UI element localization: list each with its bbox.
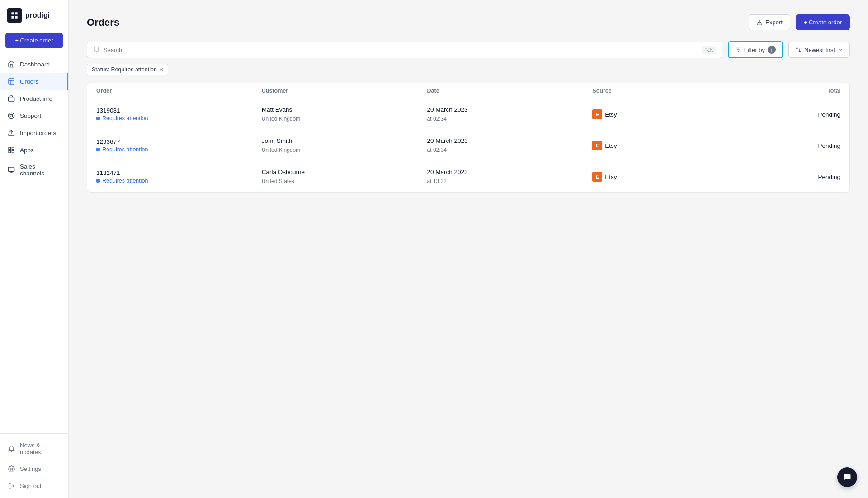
etsy-icon: E: [592, 172, 602, 182]
table-row[interactable]: 1132471 Requires attention Carla Osbourn…: [87, 161, 849, 192]
sort-button[interactable]: Newest first: [788, 42, 850, 58]
sidebar: prodigi + Create order Dashboard Orders …: [0, 0, 69, 498]
order-id: 1319031: [96, 107, 262, 114]
sidebar-item-sales-channels[interactable]: Sales channels: [0, 159, 68, 181]
sidebar-item-label: Orders: [20, 78, 38, 85]
sidebar-item-label: Product info: [20, 95, 52, 102]
order-id: 1293677: [96, 138, 262, 145]
order-status-label: Requires attention: [102, 178, 148, 184]
table-header: Order Customer Date Source Total: [87, 83, 849, 99]
sidebar-item-news-updates[interactable]: News & updates: [0, 437, 68, 460]
svg-line-7: [9, 117, 10, 118]
customer-name: John Smith: [262, 137, 427, 144]
order-status[interactable]: Requires attention: [96, 178, 262, 184]
svg-rect-13: [8, 167, 14, 171]
sidebar-item-product-info[interactable]: Product info: [0, 90, 68, 107]
header-actions: Export + Create order: [749, 14, 850, 30]
status-dot: [96, 148, 100, 151]
sidebar-item-support[interactable]: Support: [0, 107, 68, 124]
filter-tags: Status: Requires attention ×: [87, 64, 850, 75]
order-status[interactable]: Requires attention: [96, 115, 262, 122]
order-cell: 1293677 Requires attention: [96, 138, 262, 153]
search-shortcut: ⌥K: [702, 46, 716, 54]
main-content: Orders Export + Create order ⌥K Filter b…: [69, 0, 868, 498]
page-title: Orders: [87, 17, 119, 28]
sidebar-item-sign-out[interactable]: Sign out: [0, 477, 68, 494]
filter-button[interactable]: Filter by i: [728, 41, 783, 58]
create-order-header-button[interactable]: + Create order: [796, 14, 850, 30]
orders-table: Order Customer Date Source Total 1319031…: [87, 83, 850, 193]
product-icon: [7, 94, 15, 103]
export-icon: [756, 19, 763, 26]
svg-rect-11: [9, 150, 11, 153]
order-date: 20 March 2023: [427, 169, 593, 175]
filter-tag-label: Status: Requires attention: [92, 66, 157, 73]
date-cell: 20 March 2023 at 02:34: [427, 106, 593, 122]
sort-icon: [795, 47, 802, 53]
sidebar-item-import-orders[interactable]: Import orders: [0, 124, 68, 141]
brand-name: prodigi: [25, 11, 50, 19]
total-cell: Pending: [758, 174, 840, 180]
table-row[interactable]: 1293677 Requires attention John Smith Un…: [87, 130, 849, 161]
support-icon: [7, 112, 15, 120]
sidebar-item-dashboard[interactable]: Dashboard: [0, 56, 68, 73]
filter-tag-remove-button[interactable]: ×: [160, 66, 163, 73]
sidebar-item-apps[interactable]: Apps: [0, 141, 68, 159]
svg-rect-1: [8, 97, 14, 101]
filter-label: Filter by: [744, 47, 765, 53]
svg-rect-10: [12, 147, 14, 150]
sort-label: Newest first: [804, 47, 835, 53]
source-name: Etsy: [605, 174, 617, 180]
order-status[interactable]: Requires attention: [96, 146, 262, 153]
sidebar-item-label: Support: [20, 113, 41, 119]
svg-line-4: [9, 113, 10, 115]
order-status-label: Requires attention: [102, 115, 148, 122]
filter-icon: [735, 47, 741, 53]
svg-rect-9: [9, 147, 11, 150]
svg-rect-0: [9, 79, 14, 84]
customer-country: United Kingdom: [262, 147, 300, 153]
sidebar-create-order-button[interactable]: + Create order: [5, 33, 63, 48]
date-cell: 20 March 2023 at 13:32: [427, 169, 593, 185]
sidebar-item-label: Settings: [20, 465, 41, 472]
sidebar-item-label: Sales channels: [20, 163, 61, 177]
customer-cell: John Smith United Kingdom: [262, 137, 427, 154]
customer-country: United States: [262, 178, 294, 184]
logo-icon: [7, 8, 22, 23]
header-customer: Customer: [262, 88, 427, 94]
sidebar-bottom: News & updates Settings Sign out: [0, 433, 68, 498]
svg-point-16: [10, 468, 12, 470]
status-dot: [96, 117, 100, 120]
signout-icon: [7, 482, 15, 490]
customer-cell: Matt Evans United Kingdom: [262, 106, 427, 122]
home-icon: [7, 60, 15, 68]
sidebar-item-label: News & updates: [20, 442, 61, 456]
import-icon: [7, 129, 15, 137]
order-cell: 1319031 Requires attention: [96, 107, 262, 122]
order-time: at 02:34: [427, 116, 447, 122]
svg-line-6: [12, 113, 14, 115]
sidebar-item-settings[interactable]: Settings: [0, 460, 68, 477]
orders-icon: [7, 77, 15, 85]
logo: prodigi: [0, 0, 68, 31]
header-date: Date: [427, 88, 593, 94]
table-row[interactable]: 1319031 Requires attention Matt Evans Un…: [87, 99, 849, 130]
etsy-icon: E: [592, 141, 602, 150]
svg-rect-12: [12, 150, 14, 153]
chat-bubble-button[interactable]: [837, 467, 857, 487]
order-cell: 1132471 Requires attention: [96, 169, 262, 184]
sidebar-item-orders[interactable]: Orders: [0, 73, 68, 90]
apps-icon: [7, 146, 15, 154]
svg-point-19: [94, 47, 99, 51]
sidebar-item-label: Sign out: [20, 483, 42, 489]
export-button[interactable]: Export: [749, 14, 790, 30]
sidebar-item-label: Import orders: [20, 130, 56, 136]
svg-point-3: [10, 114, 12, 117]
chat-icon: [843, 473, 852, 482]
status-dot: [96, 179, 100, 183]
search-input[interactable]: [104, 47, 698, 53]
header-total: Total: [758, 88, 840, 94]
toolbar: ⌥K Filter by i Newest first: [87, 41, 850, 58]
order-time: at 02:34: [427, 147, 447, 153]
svg-line-20: [98, 50, 99, 52]
